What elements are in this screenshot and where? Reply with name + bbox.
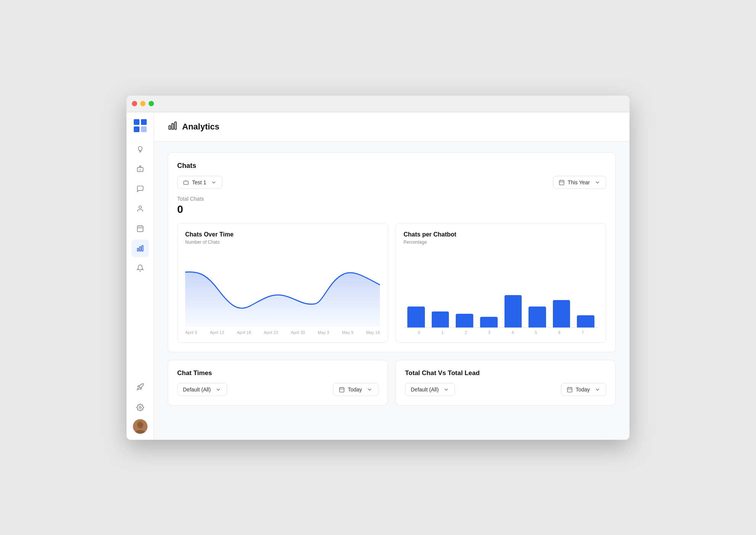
sidebar-item-calendar[interactable] bbox=[131, 220, 149, 237]
minimize-button[interactable] bbox=[140, 101, 146, 106]
svg-rect-19 bbox=[559, 180, 564, 185]
bar-x-label-7: 7 bbox=[571, 330, 594, 335]
bar-3 bbox=[480, 317, 498, 327]
chat-times-time-dropdown[interactable]: Today bbox=[333, 383, 378, 396]
svg-rect-7 bbox=[137, 226, 143, 232]
bar-group-5 bbox=[529, 307, 546, 327]
bar-x-label-5: 5 bbox=[524, 330, 548, 335]
bar-1 bbox=[432, 311, 449, 327]
sidebar-item-settings[interactable] bbox=[131, 399, 149, 416]
logo[interactable] bbox=[133, 118, 147, 133]
svg-rect-15 bbox=[169, 126, 170, 129]
bar-6 bbox=[553, 300, 570, 327]
chat-times-default-dropdown[interactable]: Default (All) bbox=[177, 383, 227, 396]
app-layout: Analytics Chats Test 1 bbox=[127, 112, 629, 440]
avatar[interactable] bbox=[133, 419, 147, 434]
bottom-cards-row: Chat Times Default (All) bbox=[168, 360, 616, 406]
traffic-lights bbox=[132, 101, 154, 106]
sidebar-item-rocket[interactable] bbox=[131, 378, 149, 396]
total-chat-vs-lead-title: Total Chat Vs Total Lead bbox=[405, 369, 606, 377]
avatar-image bbox=[133, 419, 147, 434]
bar-group-6 bbox=[553, 300, 570, 327]
chats-card: Chats Test 1 bbox=[168, 152, 616, 352]
svg-rect-3 bbox=[141, 126, 147, 132]
svg-point-13 bbox=[137, 422, 143, 428]
total-chats-label: Total Chats bbox=[177, 196, 606, 202]
sidebar-item-chat[interactable] bbox=[131, 180, 149, 198]
svg-rect-20 bbox=[340, 387, 344, 392]
line-chart-card: Chats Over Time Number of Chats bbox=[177, 223, 388, 343]
svg-rect-8 bbox=[137, 248, 138, 251]
bar-4 bbox=[505, 295, 522, 327]
maximize-button[interactable] bbox=[149, 101, 154, 106]
bar-chart-title: Chats per Chatbot bbox=[404, 231, 598, 238]
bar-7 bbox=[577, 315, 594, 327]
x-label-6: May 9 bbox=[342, 330, 353, 335]
chats-card-title: Chats bbox=[177, 162, 606, 170]
x-label-5: May 3 bbox=[318, 330, 329, 335]
page-title: Analytics bbox=[182, 122, 219, 132]
bar-x-label-6: 6 bbox=[548, 330, 571, 335]
x-label-1: April 13 bbox=[210, 330, 224, 335]
svg-rect-4 bbox=[137, 167, 143, 171]
chat-times-title: Chat Times bbox=[177, 369, 378, 377]
sidebar-item-analytics[interactable] bbox=[131, 240, 149, 257]
page-header: Analytics bbox=[154, 112, 629, 142]
bar-chart-card: Chats per Chatbot Percentage bbox=[396, 223, 606, 343]
sidebar-item-user[interactable] bbox=[131, 200, 149, 217]
content-area: Chats Test 1 bbox=[154, 142, 629, 416]
sidebar-item-notification[interactable] bbox=[131, 259, 149, 277]
svg-rect-9 bbox=[139, 246, 141, 251]
total-chat-default-value: Default (All) bbox=[411, 386, 439, 393]
time-selector-dropdown[interactable]: This Year bbox=[553, 176, 606, 189]
charts-row: Chats Over Time Number of Chats bbox=[177, 223, 606, 343]
sidebar-item-bot[interactable] bbox=[131, 160, 149, 178]
app-window: Analytics Chats Test 1 bbox=[127, 96, 629, 440]
bar-5 bbox=[529, 307, 546, 327]
bot-selector-value: Test 1 bbox=[192, 179, 206, 185]
page-icon bbox=[168, 121, 178, 133]
x-label-3: April 23 bbox=[264, 330, 278, 335]
bar-group-4 bbox=[505, 295, 522, 327]
sidebar-item-lightbulb[interactable] bbox=[131, 141, 149, 158]
total-chats-value: 0 bbox=[177, 203, 606, 216]
bar-group-1 bbox=[432, 311, 449, 327]
bar-x-label-0: 0 bbox=[407, 330, 431, 335]
bar-x-label-1: 1 bbox=[431, 330, 454, 335]
bar-group-7 bbox=[577, 315, 594, 327]
titlebar bbox=[127, 96, 629, 112]
total-chat-time-dropdown[interactable]: Today bbox=[561, 383, 606, 396]
bot-selector-dropdown[interactable]: Test 1 bbox=[177, 176, 223, 189]
x-label-4: April 30 bbox=[291, 330, 305, 335]
bar-x-label-3: 3 bbox=[477, 330, 501, 335]
bar-x-labels: 0 1 2 3 4 5 6 7 bbox=[404, 328, 598, 335]
total-chat-default-dropdown[interactable]: Default (All) bbox=[405, 383, 455, 396]
sidebar-bottom bbox=[131, 378, 149, 434]
x-label-2: April 18 bbox=[237, 330, 251, 335]
total-chat-vs-lead-controls: Default (All) Today bbox=[405, 383, 606, 396]
line-chart-container bbox=[185, 251, 380, 327]
bar-chart-container: 0 1 2 3 4 5 6 7 bbox=[404, 251, 598, 335]
bar-group-3 bbox=[480, 317, 498, 327]
total-chat-vs-lead-card: Total Chat Vs Total Lead Default (All) bbox=[396, 360, 616, 406]
chats-card-controls: Test 1 This Year bbox=[177, 176, 606, 189]
svg-point-5 bbox=[140, 166, 141, 166]
line-chart-x-labels: April 9 April 13 April 18 April 23 April… bbox=[185, 327, 380, 335]
svg-rect-21 bbox=[567, 387, 572, 392]
total-chat-time-value: Today bbox=[576, 386, 590, 393]
sidebar bbox=[127, 112, 154, 440]
close-button[interactable] bbox=[132, 101, 137, 106]
x-label-7: May 16 bbox=[366, 330, 380, 335]
bar-group-0 bbox=[407, 307, 425, 327]
bar-group-2 bbox=[456, 314, 473, 327]
svg-rect-1 bbox=[141, 119, 147, 125]
svg-point-6 bbox=[139, 206, 141, 208]
svg-rect-2 bbox=[134, 126, 139, 132]
svg-rect-16 bbox=[172, 123, 173, 129]
main-content: Analytics Chats Test 1 bbox=[154, 112, 629, 440]
svg-point-11 bbox=[139, 406, 141, 408]
bar-0 bbox=[407, 307, 425, 327]
bar-chart-area bbox=[404, 251, 598, 328]
bar-chart-subtitle: Percentage bbox=[404, 240, 598, 245]
x-label-0: April 9 bbox=[185, 330, 197, 335]
